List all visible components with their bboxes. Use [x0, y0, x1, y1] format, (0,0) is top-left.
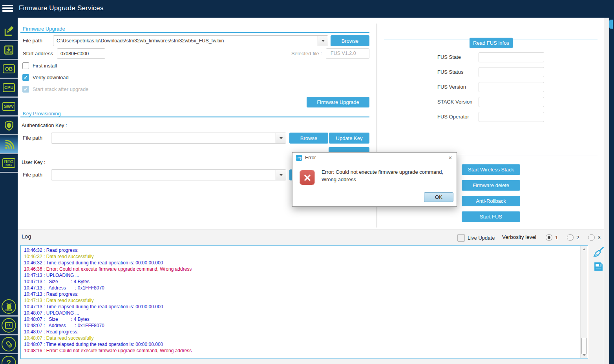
selected-file-field: FUS V1.2.0 — [326, 48, 369, 59]
fus-state-label: FUS State — [437, 52, 479, 62]
fus-operator-field — [479, 112, 544, 122]
fus-field-row: FUS State — [437, 52, 545, 62]
checkbox-row: First install — [22, 62, 88, 69]
ok-button[interactable]: OK — [424, 192, 453, 202]
verbosity-option: 2 — [567, 234, 579, 241]
verbosity-2-radio[interactable] — [567, 234, 574, 241]
sidebar-item-help[interactable]: ? — [0, 354, 18, 364]
live-update-checkbox[interactable] — [457, 234, 465, 242]
bug-icon: BETA — [2, 299, 16, 314]
log-entry: 10:47:13 : Size : 4 Bytes — [24, 278, 581, 285]
sidebar-item-debug-beta[interactable]: BETA — [0, 298, 18, 317]
update-key-button[interactable]: Update Key — [329, 133, 369, 144]
sidebar-item-swv[interactable]: SWV — [0, 98, 18, 116]
dialog-title: Error — [305, 155, 316, 160]
log-entry: 10:46:32 : Data read successfully — [24, 253, 581, 260]
verbosity-1-radio[interactable] — [546, 234, 552, 241]
log-scrollbar[interactable] — [580, 246, 587, 358]
start-wireless-stack-button[interactable]: Start Wireless Stack — [462, 164, 520, 175]
sidebar-item-memory-file-edit[interactable] — [0, 22, 18, 41]
log-entry: 10:48:07 : Time elapsed during the read … — [24, 341, 581, 348]
dialog-titlebar[interactable]: Prg Error × — [292, 153, 457, 163]
firmware-file-path-combobox[interactable]: C:\Users\petrikas.lu\Downloads\stm32wb_f… — [53, 35, 328, 46]
checkbox-label: Start stack after upgrade — [33, 86, 88, 92]
first-install-checkbox[interactable] — [22, 62, 29, 69]
fus-status-field — [479, 67, 544, 77]
sidebar-item-cpu[interactable]: CPU — [0, 79, 18, 98]
sidebar-item-option-bytes[interactable]: OB — [0, 60, 18, 79]
firmware-delete-button[interactable]: Firmware delete — [462, 180, 520, 191]
file-path-label: File path — [23, 135, 42, 141]
read-fus-infos-button[interactable]: Read FUS infos — [470, 38, 513, 48]
stack-version-field — [479, 97, 544, 107]
sidebar-item-firmware-upgrade-services[interactable] — [0, 135, 18, 154]
right-gutter — [604, 18, 610, 364]
start-address-input[interactable] — [57, 48, 105, 59]
log-lines: 10:46:32 : Read progress:10:46:32 : Data… — [21, 246, 581, 359]
log-entry: 10:48:07 : Address : 0x1FFF8070 — [24, 322, 581, 329]
user-key-file-path-combobox[interactable] — [51, 169, 286, 180]
user-key-label: User Key : — [22, 159, 46, 165]
fus-version-label: FUS Version — [437, 82, 479, 92]
auth-key-file-path-value — [51, 133, 276, 143]
cpu-icon: CPU — [3, 83, 15, 92]
anti-rollback-button[interactable]: Anti-Rollback — [462, 196, 520, 206]
fus-field-row: FUS Version — [437, 82, 545, 92]
firmware-browse-button[interactable]: Browse — [331, 35, 369, 46]
fus-info-fields: FUS StateFUS StatusFUS VersionSTACK Vers… — [437, 52, 545, 127]
log-entry: 10:48:07 : Size : 4 Bytes — [24, 316, 581, 322]
checkbox-label: First install — [33, 63, 57, 69]
log-title: Log — [22, 233, 31, 240]
app-badge-icon: Prg — [296, 155, 302, 161]
clear-log-icon[interactable] — [593, 246, 605, 260]
start-stack-after-upgrade-checkbox: ✓ — [22, 86, 29, 93]
live-update-label: Live Update — [468, 235, 495, 241]
checkbox-row: ✓Verify download — [22, 74, 88, 81]
sidebar-item-register-viewer[interactable]: REGBETA — [0, 154, 18, 173]
auth-key-browse-button[interactable]: Browse — [289, 133, 328, 144]
log-output[interactable]: 10:46:32 : Read progress:10:46:32 : Data… — [20, 245, 588, 359]
pencil-icon — [4, 26, 14, 36]
menu-icon[interactable] — [2, 4, 14, 14]
sidebar-item-external-loader[interactable]: EL — [0, 317, 18, 335]
sidebar-item-stm32-device[interactable] — [0, 335, 18, 354]
wireless-icon — [3, 138, 15, 150]
user-key-file-path-value — [51, 170, 276, 180]
sidebar-item-erasing-programming[interactable] — [0, 41, 18, 60]
collapsed-panel-button[interactable] — [609, 20, 613, 29]
combo-dropdown-arrow-icon[interactable] — [318, 36, 328, 46]
error-icon — [300, 170, 315, 185]
scroll-up-arrow-icon[interactable] — [581, 246, 587, 252]
ob-icon: OB — [3, 64, 15, 73]
verify-download-checkbox[interactable]: ✓ — [22, 74, 29, 81]
selected-file-label: Selected file : — [280, 51, 322, 56]
scroll-down-arrow-icon[interactable] — [581, 352, 587, 358]
verbosity-option: 1 — [546, 234, 558, 241]
log-entry: 10:47:13 : Address : 0x1FFF8070 — [24, 285, 581, 291]
close-icon[interactable]: × — [448, 155, 453, 161]
firmware-upgrade-button[interactable]: Firmware Upgrade — [307, 97, 369, 107]
swv-icon: SWV — [2, 102, 15, 111]
phone-icon — [2, 337, 16, 351]
sidebar: OBCPUSWVREGBETA BETAEL? — [0, 18, 18, 364]
question-icon: ? — [2, 356, 16, 364]
save-log-icon[interactable] — [593, 261, 604, 273]
log-entry: 10:48:16 : Error: Could not execute firm… — [24, 348, 581, 354]
verbosity-option-label: 3 — [598, 235, 600, 240]
el-chip-icon: EL — [2, 318, 16, 333]
download-icon — [4, 45, 14, 55]
verbosity-3-radio[interactable] — [588, 234, 595, 241]
combo-dropdown-arrow-icon[interactable] — [276, 133, 286, 143]
start-fus-button[interactable]: Start FUS — [462, 211, 520, 222]
checkbox-row: ✓Start stack after upgrade — [22, 86, 88, 93]
auth-key-file-path-combobox[interactable] — [51, 133, 286, 144]
verbosity-option-label: 2 — [576, 235, 579, 240]
fus-field-row: STACK Version — [437, 97, 545, 107]
verbosity-option-label: 1 — [555, 235, 558, 240]
sidebar-item-security[interactable] — [0, 116, 18, 135]
error-message-line2: Wrong address — [322, 176, 453, 183]
firmware-upgrade-options: First install✓Verify download✓Start stac… — [22, 62, 88, 98]
verbosity-option: 3 — [588, 234, 600, 241]
fus-field-row: FUS Operator — [437, 112, 545, 122]
combo-dropdown-arrow-icon[interactable] — [276, 170, 286, 180]
